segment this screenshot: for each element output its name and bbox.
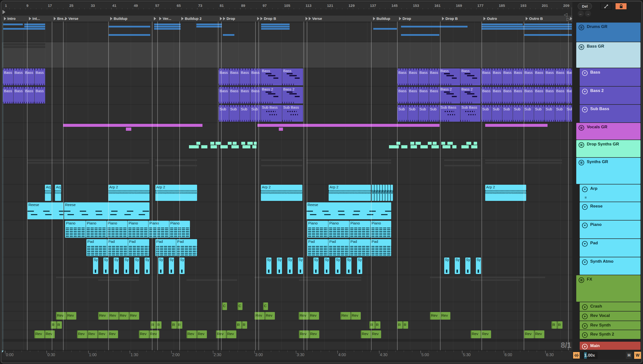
clip-rev[interactable]: Rev xyxy=(265,312,275,320)
track-header-pad[interactable]: Pad xyxy=(580,239,640,257)
group-fold-icon[interactable] xyxy=(578,142,584,149)
clip-rev[interactable]: Rev xyxy=(109,312,119,320)
clip-bass[interactable]: Bass xyxy=(513,87,523,104)
clip-sy[interactable]: Sy xyxy=(455,258,460,274)
clip-rev[interactable]: Rev xyxy=(34,330,45,338)
clip-sy[interactable]: Sy xyxy=(134,258,139,274)
clip-c[interactable]: C xyxy=(263,302,268,310)
clip-sy[interactable]: Sy xyxy=(476,258,481,274)
clip-piano[interactable]: Piano xyxy=(371,221,391,238)
locator-buildup[interactable]: Buildup xyxy=(110,16,127,22)
clip-arp-2[interactable]: Arp 2 xyxy=(329,185,371,201)
clip-sy[interactable]: Sy xyxy=(145,258,150,274)
clip-sub[interactable]: Sub xyxy=(566,105,572,122)
scroll-right-icon[interactable]: ▷ xyxy=(567,16,570,22)
clip-bass[interactable]: Bass xyxy=(282,68,303,85)
track-header-bass[interactable]: Bass xyxy=(580,68,640,86)
track-header-piano[interactable]: Piano xyxy=(580,220,640,238)
lock-envelopes-button[interactable] xyxy=(615,3,627,10)
clip-bass[interactable]: Bass xyxy=(513,68,523,85)
clip-pad[interactable]: Pad xyxy=(371,239,391,256)
clip-bass[interactable]: Bass xyxy=(229,87,240,104)
clip-bass[interactable]: Bass xyxy=(481,68,492,85)
clip-bass[interactable]: Bass xyxy=(261,68,282,85)
clip-r[interactable]: R xyxy=(557,321,562,329)
clip-rev[interactable]: Rev xyxy=(45,330,55,338)
bar-ruler[interactable]: 1917253341495765738189971051131211291371… xyxy=(2,2,572,10)
track-header-bass-gr[interactable]: Bass GR xyxy=(576,42,640,68)
clip-sy[interactable]: Sy xyxy=(179,258,185,274)
clip-bass[interactable]: Bass xyxy=(481,87,492,104)
lane-synth-atmo[interactable] xyxy=(2,257,572,275)
unfold-icon[interactable] xyxy=(582,70,588,77)
clip-bass-2[interactable]: Bass 2 xyxy=(282,87,303,104)
clip-piano[interactable]: Piano xyxy=(328,221,349,238)
clip-piano[interactable]: Piano xyxy=(86,221,107,238)
clip-arp-2[interactable]: Arp 2 xyxy=(155,185,197,201)
clip-bass[interactable]: Bass xyxy=(566,87,572,104)
clip-bass[interactable]: Bass xyxy=(14,87,24,104)
next-locator-button[interactable]: → xyxy=(585,10,591,17)
clip-bass[interactable]: Bass xyxy=(240,87,250,104)
clip-r[interactable]: R xyxy=(403,321,408,329)
clip-sy[interactable]: Sy xyxy=(298,258,303,274)
clip-pad[interactable]: Pad xyxy=(328,239,349,256)
locator-marker[interactable] xyxy=(220,16,223,22)
locator-drop-b[interactable]: Drop B xyxy=(442,16,458,22)
clip-bass[interactable]: Bass xyxy=(3,68,13,85)
clip-rev[interactable]: Rev xyxy=(197,330,207,338)
lane-drums-gr[interactable] xyxy=(2,22,572,42)
clip-bass[interactable]: Bass xyxy=(35,68,45,85)
clip-pad[interactable]: Pad xyxy=(128,239,149,256)
clip-r[interactable]: R xyxy=(151,321,156,329)
clip-rev[interactable]: Rev xyxy=(98,330,108,338)
clip-sy[interactable]: Sy xyxy=(158,258,164,274)
clip-rev[interactable]: Rev xyxy=(255,312,265,320)
clip-piano[interactable]: Piano xyxy=(149,221,169,238)
unfold-icon[interactable] xyxy=(582,106,588,114)
track-header-crash[interactable]: Crash xyxy=(580,302,640,311)
locator-marker[interactable] xyxy=(257,16,261,22)
clip-bass[interactable]: Bass xyxy=(397,68,408,85)
clip-arp[interactable] xyxy=(382,185,385,201)
clip-reese[interactable]: Reese xyxy=(28,202,64,219)
clip-bass[interactable]: Bass xyxy=(219,68,229,85)
clip-r[interactable]: R xyxy=(551,321,557,329)
clip-sy[interactable]: Sy xyxy=(335,258,340,274)
locator-ver[interactable]: Ver... xyxy=(159,16,171,22)
clip-rev[interactable]: Rev xyxy=(87,330,98,338)
fold-icon[interactable] xyxy=(582,344,588,351)
clip-rev[interactable]: Rev xyxy=(351,312,361,320)
height-zoom-button[interactable]: H xyxy=(626,352,632,359)
locator-marker[interactable] xyxy=(306,16,309,22)
track-header-synths-gr[interactable]: Synths GR xyxy=(576,158,640,184)
clip-sub[interactable]: Sub xyxy=(418,105,429,122)
clip-bass[interactable]: Bass xyxy=(408,87,418,104)
clip-sy[interactable]: Sy xyxy=(465,258,470,274)
clip-bass[interactable]: Bass xyxy=(534,87,544,104)
clip-sub-bass[interactable]: Sub Bass xyxy=(261,105,282,122)
track-header-drums-gr[interactable]: Drums GR xyxy=(576,22,640,42)
clip-r[interactable]: R xyxy=(375,321,380,329)
clip-arp[interactable]: Arp xyxy=(45,185,51,201)
clip-bass[interactable]: Bass xyxy=(544,68,555,85)
locator-verse[interactable]: Verse xyxy=(309,16,322,22)
locator-buildup[interactable]: Buildup xyxy=(373,16,390,22)
clip-rev[interactable]: Rev xyxy=(66,312,76,320)
clip-bass[interactable]: Bass xyxy=(24,68,34,85)
clip-sub[interactable]: Sub xyxy=(544,105,555,122)
track-header-rev-vocal[interactable]: Rev Vocal xyxy=(580,312,640,320)
locator-marker[interactable] xyxy=(154,16,157,22)
clip-bass[interactable]: Bass xyxy=(555,87,565,104)
track-header-arp[interactable]: Arp≡ xyxy=(580,184,640,202)
clip-sy[interactable]: Sy xyxy=(266,258,271,274)
track-header-sub-bass[interactable]: Sub Bass xyxy=(580,105,640,122)
clip-c[interactable]: C xyxy=(238,302,243,310)
playhead[interactable] xyxy=(3,22,3,350)
clip-piano[interactable]: Piano xyxy=(65,221,86,238)
clip-r[interactable]: R xyxy=(397,321,402,329)
clip-sub-bass[interactable]: Sub Bass xyxy=(460,105,480,122)
track-header-vocals-gr[interactable]: Vocals GR xyxy=(576,123,640,140)
clip-rev[interactable]: Rev xyxy=(226,330,236,338)
clip-pad[interactable]: Pad xyxy=(86,239,107,256)
